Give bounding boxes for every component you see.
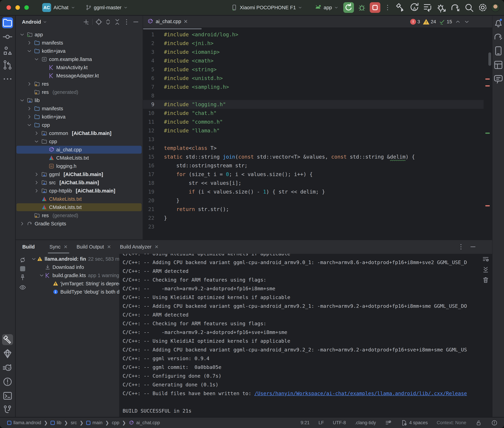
options-kebab-icon[interactable] bbox=[123, 18, 130, 26]
hide-build-panel-icon[interactable] bbox=[469, 243, 477, 251]
build-tab-build-output[interactable]: Build Output✕ bbox=[72, 240, 115, 254]
logcat-tool-icon[interactable] bbox=[2, 362, 13, 373]
run-configuration-selector[interactable]: app bbox=[314, 4, 338, 11]
build-output-path-link[interactable]: /Users/hanyin/Workspace/ai-chat/examples… bbox=[254, 390, 467, 396]
breadcrumb[interactable]: llama.android❯lib❯src❯main❯cpp❯Cai_chat.… bbox=[7, 420, 160, 426]
error-stripe-mark[interactable] bbox=[485, 205, 490, 206]
code-line[interactable]: 1#include <android/log.h> bbox=[143, 30, 484, 39]
tree-row[interactable]: com.example.llama bbox=[16, 55, 143, 63]
tree-row[interactable]: cpp bbox=[16, 121, 143, 129]
close-window-button[interactable] bbox=[7, 5, 11, 10]
structure-tool-icon[interactable] bbox=[2, 45, 13, 56]
assistant-tool-icon[interactable] bbox=[493, 74, 504, 84]
tree-row[interactable]: CMakeLists.txt bbox=[16, 154, 143, 162]
tree-row[interactable]: src[AiChat.lib.main] bbox=[16, 179, 143, 187]
caret-position-widget[interactable]: 9:21 bbox=[301, 420, 310, 425]
apply-changes-icon[interactable]: A bbox=[409, 2, 420, 13]
lock-icon[interactable] bbox=[475, 420, 482, 426]
code-line[interactable]: 3#include <iomanip> bbox=[143, 48, 484, 56]
editor-tab-ai-chat-cpp[interactable]: C ai_chat.cpp ✕ bbox=[143, 16, 193, 27]
device-selector[interactable]: Xiaomi POCOPHONE F1 bbox=[231, 4, 302, 11]
next-problem-icon[interactable] bbox=[464, 19, 470, 25]
tree-row[interactable]: Gradle Scripts bbox=[16, 220, 143, 228]
tree-row[interactable]: cpp-httplib[AiChat.lib.main] bbox=[16, 187, 143, 195]
project-view-selector[interactable]: Android bbox=[22, 19, 41, 25]
tree-row[interactable]: res bbox=[16, 80, 143, 88]
tree-row[interactable]: kotlin+java bbox=[16, 113, 143, 121]
code-line[interactable]: 7#include <sampling.h> bbox=[143, 82, 484, 91]
breadcrumb-item[interactable]: main bbox=[86, 420, 103, 425]
status-problems-icon[interactable] bbox=[491, 420, 498, 426]
close-tab-icon[interactable]: ✕ bbox=[183, 18, 188, 25]
minimize-window-button[interactable] bbox=[16, 5, 20, 10]
app-insights-tool-icon[interactable] bbox=[2, 348, 13, 359]
build-tab-sync[interactable]: Sync✕ bbox=[45, 240, 72, 254]
tree-row[interactable]: Hlogging.h bbox=[16, 162, 143, 170]
code-line[interactable]: 15static std::string join(const std::vec… bbox=[143, 152, 484, 161]
context-widget[interactable]: Context: None bbox=[437, 420, 466, 425]
code-line[interactable]: 13 bbox=[143, 135, 484, 144]
previous-problem-icon[interactable] bbox=[455, 19, 461, 25]
sync-tree-row[interactable]: 'jvmTarget: String' is deprec bbox=[29, 280, 119, 288]
macos-window-controls[interactable] bbox=[7, 5, 29, 10]
tree-row[interactable]: CMakeLists.txt bbox=[16, 195, 143, 203]
editor-error-stripe[interactable] bbox=[484, 30, 492, 239]
tree-row[interactable]: res(generated) bbox=[16, 88, 143, 96]
code-editor[interactable]: 1#include <android/log.h>2#include <jni.… bbox=[143, 30, 484, 239]
tree-row[interactable]: app bbox=[16, 31, 143, 39]
error-stripe-mark[interactable] bbox=[485, 132, 490, 134]
user-avatar[interactable] bbox=[491, 3, 500, 12]
breadcrumb-item[interactable]: Cai_chat.cpp bbox=[129, 420, 160, 426]
formatter-icon[interactable] bbox=[385, 420, 392, 426]
encoding-widget[interactable]: UTF-8 bbox=[333, 420, 346, 425]
tree-row[interactable]: res(generated) bbox=[16, 211, 143, 220]
gradle-sync-icon[interactable] bbox=[450, 2, 461, 13]
problems-tool-icon[interactable] bbox=[2, 376, 13, 387]
tree-row[interactable]: kotlin+java bbox=[16, 47, 143, 55]
breadcrumb-item[interactable]: cpp bbox=[112, 420, 119, 425]
more-run-options-icon[interactable] bbox=[384, 4, 391, 11]
terminal-tool-icon[interactable] bbox=[2, 390, 13, 401]
inspections-widget[interactable]: ! 3 ! 24 15 bbox=[410, 18, 470, 25]
code-line[interactable]: 20 } bbox=[143, 196, 484, 205]
tree-row[interactable]: CMakeLists.txt bbox=[16, 203, 143, 211]
tree-row[interactable]: lib bbox=[16, 96, 143, 105]
error-stripe-mark[interactable] bbox=[485, 78, 490, 80]
code-line[interactable]: 6#include <unistd.h> bbox=[143, 74, 484, 82]
build-hammer-run-icon[interactable] bbox=[395, 2, 406, 13]
error-count[interactable]: ! 3 bbox=[410, 19, 420, 25]
clear-all-icon[interactable] bbox=[482, 276, 489, 284]
code-line[interactable]: 10#include "chat.h" bbox=[143, 109, 484, 117]
code-line[interactable]: 22} bbox=[143, 214, 484, 222]
code-line[interactable]: 9#include "logging.h" bbox=[143, 100, 484, 109]
expand-all-icon[interactable] bbox=[104, 18, 112, 26]
warning-count[interactable]: ! 24 bbox=[423, 19, 436, 25]
settings-gear-icon[interactable] bbox=[477, 2, 488, 13]
project-widget[interactable]: AC AiChat bbox=[42, 3, 75, 12]
code-line[interactable]: 18 str << values[i]; bbox=[143, 179, 484, 187]
tree-row[interactable]: manifests bbox=[16, 105, 143, 113]
vcs-branch-widget[interactable]: ggml-master bbox=[85, 4, 128, 11]
code-style-widget[interactable]: .clang-tidy bbox=[355, 420, 376, 425]
code-line[interactable]: 14template<class T> bbox=[143, 144, 484, 152]
tree-row[interactable]: manifests bbox=[16, 39, 143, 47]
device-manager-tool-icon[interactable] bbox=[493, 45, 504, 56]
tree-row[interactable]: ggml[AiChat.lib.main] bbox=[16, 170, 143, 179]
pin-tab-icon[interactable] bbox=[19, 274, 26, 281]
preview-icon[interactable] bbox=[19, 284, 26, 291]
close-tab-icon[interactable]: ✕ bbox=[64, 244, 68, 250]
sync-tree-row[interactable]: llama.android: fin22 sec, 583 ms bbox=[29, 255, 119, 263]
code-line[interactable]: 5#include <string> bbox=[143, 65, 484, 74]
stop-sync-icon[interactable] bbox=[20, 266, 25, 271]
more-tools-icon[interactable] bbox=[2, 74, 13, 84]
code-line[interactable]: 8 bbox=[143, 91, 484, 100]
build-tool-icon[interactable] bbox=[2, 334, 13, 345]
add-icon[interactable] bbox=[82, 18, 90, 26]
code-line[interactable]: 17 for (size_t i = 0; i < values.size();… bbox=[143, 170, 484, 179]
code-line[interactable]: 21 return str.str(); bbox=[143, 205, 484, 214]
code-line[interactable]: 2#include <jni.h> bbox=[143, 39, 484, 48]
tree-row[interactable]: MessageAdapter.kt bbox=[16, 72, 143, 80]
close-tab-icon[interactable]: ✕ bbox=[154, 244, 158, 250]
zoom-window-button[interactable] bbox=[24, 5, 29, 10]
debug-app-button[interactable] bbox=[357, 3, 366, 12]
